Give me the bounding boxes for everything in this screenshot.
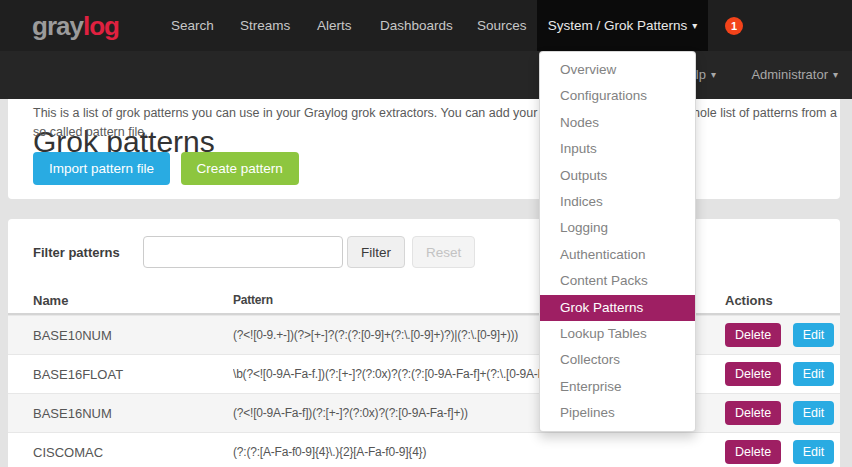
edit-button[interactable]: Edit [793, 440, 835, 464]
menu-item-grok-patterns[interactable]: Grok Patterns [540, 295, 695, 321]
edit-button[interactable]: Edit [793, 362, 835, 386]
menu-item-lookup-tables[interactable]: Lookup Tables [540, 321, 695, 347]
nav-item-search[interactable]: Search [171, 0, 214, 51]
column-header-actions: Actions [725, 293, 840, 308]
menu-item-nodes[interactable]: Nodes [540, 110, 695, 136]
menu-item-configurations[interactable]: Configurations [540, 83, 695, 109]
navbar-primary-row: graylog Search Streams Alerts Dashboards… [0, 0, 852, 51]
table-header-row: Name Pattern Actions [8, 287, 840, 315]
filter-button[interactable]: Filter [347, 236, 405, 268]
chevron-down-icon: ▾ [692, 20, 697, 31]
edit-button[interactable]: Edit [793, 401, 835, 425]
nav-item-dashboards[interactable]: Dashboards [380, 0, 453, 51]
menu-item-logging[interactable]: Logging [540, 215, 695, 241]
menu-item-inputs[interactable]: Inputs [540, 136, 695, 162]
grok-patterns-table: Name Pattern Actions BASE10NUM (?<![0-9.… [8, 287, 840, 467]
page-description: This is a list of grok patterns you can … [33, 104, 847, 142]
delete-button[interactable]: Delete [725, 323, 781, 347]
table-row: BASE10NUM (?<![0-9.+-])(?>[+-]?(?:(?:[0-… [8, 315, 840, 354]
pattern-name: BASE16FLOAT [33, 367, 233, 382]
filter-patterns-label: Filter patterns [33, 245, 120, 260]
menu-item-enterprise[interactable]: Enterprise [540, 374, 695, 400]
system-dropdown-menu: Overview Configurations Nodes Inputs Out… [539, 51, 696, 432]
page-actions: Import pattern file Create pattern [33, 152, 299, 185]
edit-button[interactable]: Edit [793, 323, 835, 347]
chevron-down-icon: ▾ [833, 69, 838, 80]
menu-item-pipelines[interactable]: Pipelines [540, 400, 695, 426]
delete-button[interactable]: Delete [725, 401, 781, 425]
nav-item-sources[interactable]: Sources [477, 0, 527, 51]
table-row: BASE16NUM (?<![0-9A-Fa-f])(?:[+-]?(?:0x)… [8, 393, 840, 432]
pattern-value: (?:(?:[A-Fa-f0-9]{4}\.){2}[A-Fa-f0-9]{4}… [233, 445, 725, 459]
menu-item-overview[interactable]: Overview [540, 57, 695, 83]
nav-item-alerts[interactable]: Alerts [317, 0, 352, 51]
pattern-name: BASE16NUM [33, 406, 233, 421]
menu-item-outputs[interactable]: Outputs [540, 163, 695, 189]
menu-item-collectors[interactable]: Collectors [540, 347, 695, 373]
delete-button[interactable]: Delete [725, 440, 781, 464]
pattern-name: BASE10NUM [33, 328, 233, 343]
graylog-logo[interactable]: graylog [32, 11, 119, 42]
table-row: BASE16FLOAT \b(?<![0-9A-Fa-f.])(?:[+-]?(… [8, 354, 840, 393]
menu-item-indices[interactable]: Indices [540, 189, 695, 215]
nav-item-system-grok-patterns[interactable]: System / Grok Patterns▾ [537, 0, 708, 51]
nav-item-streams[interactable]: Streams [240, 0, 290, 51]
nav-item-administrator[interactable]: Administrator▾ [751, 51, 838, 99]
chevron-down-icon: ▾ [711, 69, 716, 80]
delete-button[interactable]: Delete [725, 362, 781, 386]
menu-item-authentication[interactable]: Authentication [540, 242, 695, 268]
pattern-name: CISCOMAC [33, 445, 233, 460]
notification-count-badge[interactable]: 1 [725, 17, 743, 35]
patterns-panel: Filter patterns Filter Reset Name Patter… [8, 219, 840, 467]
import-pattern-file-button[interactable]: Import pattern file [33, 152, 170, 185]
table-row: CISCOMAC (?:(?:[A-Fa-f0-9]{4}\.){2}[A-Fa… [8, 432, 840, 467]
create-pattern-button[interactable]: Create pattern [181, 152, 299, 185]
navbar-secondary-row: Help▾ Administrator▾ [0, 51, 852, 99]
column-header-name: Name [33, 293, 233, 308]
menu-item-content-packs[interactable]: Content Packs [540, 268, 695, 294]
reset-button[interactable]: Reset [412, 236, 475, 268]
top-navbar: graylog Search Streams Alerts Dashboards… [0, 0, 852, 99]
filter-patterns-input[interactable] [143, 236, 343, 268]
